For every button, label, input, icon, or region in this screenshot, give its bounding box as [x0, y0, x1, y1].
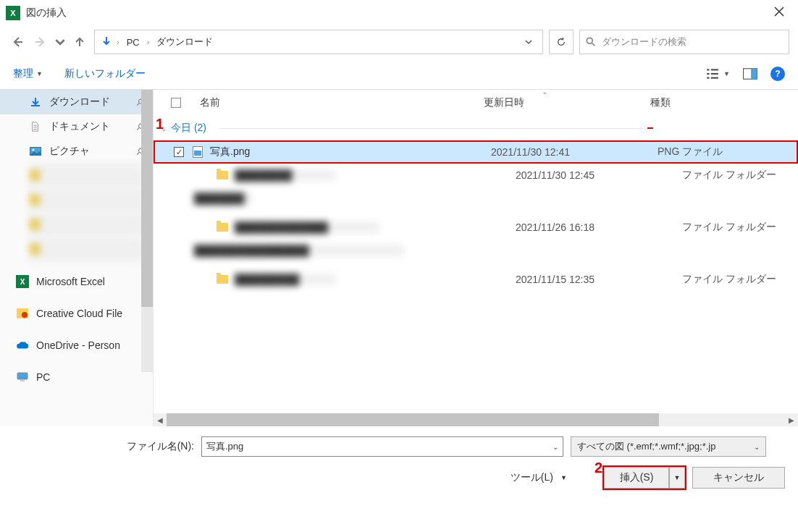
horizontal-scrollbar[interactable]: ◀ ▶ — [154, 413, 798, 426]
sidebar-item-blurred[interactable] — [29, 237, 144, 262]
location-icon — [101, 35, 112, 49]
preview-pane-button[interactable] — [743, 68, 757, 80]
file-date: 2021/11/26 16:18 — [516, 221, 682, 233]
chevron-down-icon[interactable]: ⌄ — [553, 443, 558, 451]
file-row[interactable]: █████████ 2021/11/15 12:35 ファイル フォルダー — [154, 268, 798, 291]
recent-dropdown[interactable] — [55, 33, 65, 51]
file-name: ████████████████ — [194, 245, 404, 256]
breadcrumb-expand[interactable] — [521, 37, 537, 48]
group-label: 今日 (2) — [171, 122, 206, 135]
sidebar-item-label: Microsoft Excel — [36, 276, 105, 287]
help-button[interactable]: ? — [770, 67, 785, 81]
breadcrumb-sep: › — [147, 38, 150, 46]
svg-rect-14 — [194, 151, 201, 156]
file-row[interactable]: ████████████████ — [154, 239, 798, 262]
file-type-filter[interactable]: すべての図 (*.emf;*.wmf;*.jpg;*.jp ⌄ — [571, 436, 766, 457]
svg-rect-2 — [711, 69, 718, 70]
svg-rect-11 — [17, 373, 28, 379]
sidebar-item-onedrive[interactable]: OneDrive - Person — [0, 333, 153, 358]
new-folder-button[interactable]: 新しいフォルダー — [64, 67, 146, 80]
file-row[interactable]: ███████ — [154, 187, 798, 210]
annotation-2: 2 — [595, 460, 602, 476]
png-icon — [191, 145, 204, 159]
svg-rect-12 — [20, 380, 25, 381]
file-date: 2021/11/30 12:41 — [491, 146, 658, 158]
main-area: ダウンロード ⚲ ドキュメント ⚲ ピクチャ ⚲ X Microsoft Exc… — [0, 90, 798, 426]
sidebar-item-blurred[interactable] — [29, 188, 144, 213]
navbar: › PC › ダウンロード ダウンロードの検索 — [0, 26, 798, 58]
sidebar-item-excel[interactable]: X Microsoft Excel — [0, 269, 153, 294]
insert-dropdown-button[interactable]: ▼ — [669, 467, 685, 489]
column-type[interactable]: 種類 — [650, 96, 798, 109]
folder-icon — [216, 169, 229, 182]
sidebar-item-pictures[interactable]: ピクチャ ⚲ — [0, 139, 153, 164]
sidebar-item-pc[interactable]: PC — [0, 365, 153, 389]
file-type: PNG ファイル — [658, 145, 723, 159]
file-name: ████████ — [235, 169, 336, 181]
document-icon — [29, 120, 42, 133]
sidebar: ダウンロード ⚲ ドキュメント ⚲ ピクチャ ⚲ X Microsoft Exc… — [0, 90, 154, 426]
file-name: █████████████ — [235, 221, 379, 233]
search-input[interactable]: ダウンロードの検索 — [579, 30, 789, 54]
back-button[interactable] — [9, 33, 26, 51]
search-placeholder: ダウンロードの検索 — [602, 35, 686, 48]
excel-icon: X — [16, 275, 29, 288]
breadcrumb-pc[interactable]: PC — [124, 37, 143, 48]
scroll-right-button[interactable]: ▶ — [785, 413, 798, 426]
svg-rect-8 — [751, 68, 757, 78]
breadcrumb-sep: › — [117, 38, 119, 46]
scrollbar-thumb[interactable] — [167, 413, 659, 426]
filter-label: すべての図 (*.emf;*.wmf;*.jpg;*.jp — [577, 440, 715, 453]
file-date: 2021/11/30 12:45 — [516, 169, 682, 181]
file-date: 2021/11/15 12:35 — [516, 274, 682, 285]
forward-button[interactable] — [32, 33, 49, 51]
cancel-button[interactable]: キャンセル — [692, 467, 785, 489]
chevron-down-icon: ▼ — [723, 70, 730, 77]
column-date[interactable]: ⌄更新日時 — [484, 96, 650, 109]
organize-button[interactable]: 整理▼ — [13, 67, 43, 80]
sidebar-scrollbar[interactable] — [141, 90, 153, 372]
chevron-down-icon: ⌄ — [754, 443, 760, 451]
file-name: █████████ — [235, 274, 336, 285]
close-button[interactable] — [766, 3, 792, 24]
filename-value: 写真.png — [206, 440, 553, 453]
svg-rect-1 — [707, 69, 709, 70]
group-today[interactable]: ⌄ 今日 (2) — [154, 116, 798, 140]
onedrive-icon — [16, 339, 29, 352]
sidebar-item-ccf[interactable]: Creative Cloud File — [0, 301, 153, 326]
filename-input[interactable]: 写真.png ⌄ — [201, 436, 563, 457]
file-checkbox[interactable]: ✓ — [174, 147, 184, 157]
toolbar: 整理▼ 新しいフォルダー ▼ ? — [0, 58, 798, 90]
svg-rect-5 — [707, 77, 709, 78]
view-mode-button[interactable]: ▼ — [706, 67, 730, 80]
file-row[interactable]: ✓ 写真.png 2021/11/30 12:41 PNG ファイル — [154, 140, 798, 164]
insert-button[interactable]: 挿入(S) — [604, 467, 669, 489]
refresh-button[interactable] — [549, 30, 574, 54]
tools-button[interactable]: ツール(L)▼ — [511, 471, 567, 484]
column-headers: 名前 ⌄更新日時 種類 — [154, 90, 798, 116]
sidebar-item-label: ダウンロード — [49, 96, 110, 109]
scroll-left-button[interactable]: ◀ — [154, 413, 167, 426]
download-icon — [29, 96, 42, 109]
svg-rect-4 — [711, 72, 718, 74]
file-name: ███████ — [194, 193, 252, 204]
sidebar-item-downloads[interactable]: ダウンロード ⚲ — [0, 90, 153, 114]
column-name[interactable]: 名前 — [194, 96, 484, 109]
sidebar-item-label: ドキュメント — [49, 120, 110, 133]
up-button[interactable] — [71, 33, 88, 51]
file-row[interactable]: ████████ 2021/11/30 12:45 ファイル フォルダー — [154, 164, 798, 187]
file-row[interactable]: █████████████ 2021/11/26 16:18 ファイル フォルダ… — [154, 216, 798, 239]
filename-label: ファイル名(N): — [13, 440, 194, 453]
sidebar-item-blurred[interactable] — [29, 164, 144, 188]
select-all-checkbox[interactable] — [171, 98, 181, 108]
creative-cloud-icon — [16, 307, 29, 320]
sidebar-item-documents[interactable]: ドキュメント ⚲ — [0, 114, 153, 139]
breadcrumb-downloads[interactable]: ダウンロード — [154, 35, 216, 48]
annotation-mark — [647, 127, 653, 129]
file-type: ファイル フォルダー — [682, 221, 776, 234]
sidebar-item-label: ピクチャ — [49, 145, 90, 158]
sidebar-item-blurred[interactable] — [29, 213, 144, 237]
breadcrumb[interactable]: › PC › ダウンロード — [94, 30, 543, 54]
pictures-icon — [29, 145, 42, 158]
file-name: 写真.png — [210, 145, 491, 159]
